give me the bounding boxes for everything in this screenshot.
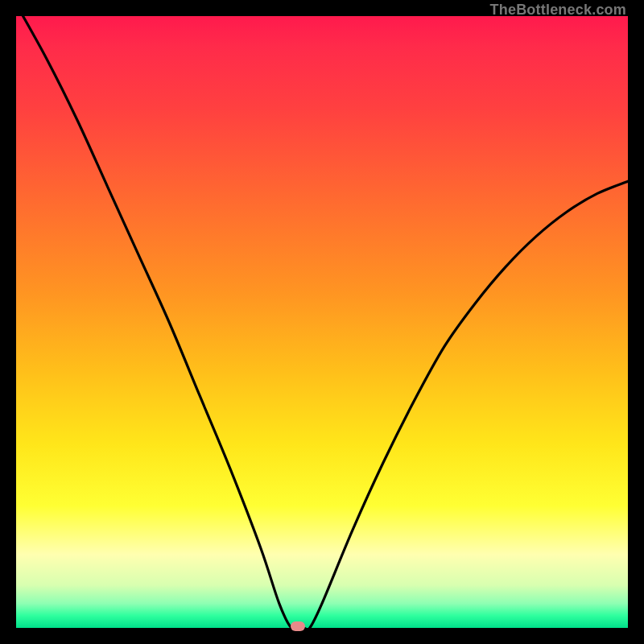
plot-area bbox=[16, 16, 628, 628]
curve-path bbox=[16, 4, 628, 630]
chart-frame: TheBottleneck.com bbox=[0, 0, 644, 644]
optimal-point-marker bbox=[291, 621, 305, 631]
bottleneck-curve bbox=[16, 16, 628, 628]
